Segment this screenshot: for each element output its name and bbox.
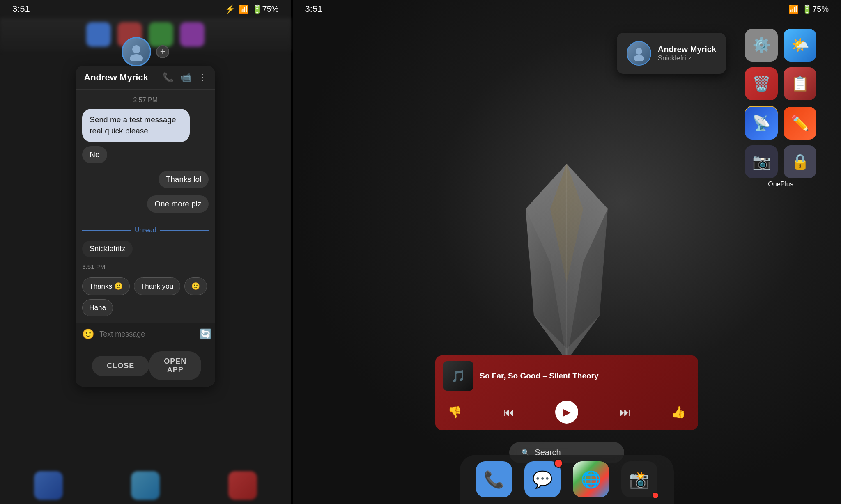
next-track-icon[interactable]: ⏭ — [619, 405, 631, 419]
contact-popup: Andrew Myrick Snicklefritz — [617, 33, 726, 74]
dock-messages-icon[interactable]: 💬 — [524, 461, 561, 497]
more-icon[interactable]: ⋮ — [198, 72, 207, 83]
message-card: Andrew Myrick 📞 📹 ⋮ 2:57 PM Send me a te… — [76, 66, 215, 387]
right-panel: 3:51 📶 🔋75% — [293, 0, 841, 504]
status-bar-right: 3:51 📶 🔋75% — [293, 0, 841, 18]
time-right: 3:51 — [305, 4, 323, 14]
message-card-header: Andrew Myrick 📞 📹 ⋮ — [76, 66, 215, 90]
app-oneplus-4[interactable]: 🔒 — [784, 145, 816, 178]
camera-badge — [652, 492, 659, 499]
unread-label: Unread — [135, 227, 156, 234]
svg-point-0 — [132, 45, 140, 53]
quick-reply-thank-you[interactable]: Thank you — [134, 277, 180, 295]
popup-avatar — [627, 41, 651, 66]
dock-phone-icon[interactable]: 📞 — [476, 461, 512, 497]
quick-reply-thanks[interactable]: Thanks 🙂 — [82, 277, 129, 295]
open-app-button[interactable]: OPEN APP — [149, 351, 201, 380]
messages-badge — [554, 459, 563, 468]
music-player: 🎵 So Far, So Good – Silent Theory 👎 ⏮ ▶ … — [435, 355, 698, 430]
input-row: 🙂 🔄 🖼️ ➕ 🎙️ — [76, 323, 215, 345]
dock-app-2 — [131, 471, 160, 500]
outgoing-wrap-2: One more plz — [82, 195, 209, 217]
app-weather-icon[interactable]: 🌤️ — [784, 29, 816, 62]
app-delete-icon[interactable]: 🗑️ — [745, 67, 778, 100]
message-input[interactable] — [99, 330, 195, 339]
left-panel: 3:51 ⚡ 📶 🔋75% + Andrew Myrick 📞 📹 — [0, 0, 291, 504]
thumbs-up-icon[interactable]: 👍 — [671, 405, 686, 419]
svg-point-1 — [130, 54, 143, 61]
dock-chrome-icon[interactable]: 🌐 — [573, 461, 609, 497]
popup-contact-name: Andrew Myrick — [658, 45, 716, 54]
dock-app-1 — [34, 471, 63, 500]
dock-camera-icon[interactable]: 📸 — [621, 461, 657, 497]
quick-reply-haha[interactable]: Haha — [82, 299, 113, 316]
status-bar-left: 3:51 ⚡ 📶 🔋75% — [0, 0, 291, 18]
music-controls: 👎 ⏮ ▶ ⏭ 👍 — [435, 396, 698, 430]
header-icons: 📞 📹 ⋮ — [163, 72, 207, 83]
refresh-icon[interactable]: 🔄 — [200, 328, 212, 340]
video-icon[interactable]: 📹 — [180, 72, 191, 83]
contact-name: Andrew Myrick — [84, 72, 148, 83]
outgoing-one-more: One more plz — [147, 195, 209, 213]
outgoing-no: No — [82, 146, 107, 163]
popup-contact-sub: Snicklefritz — [658, 54, 716, 62]
message-body: 2:57 PM Send me a test message real quic… — [76, 90, 215, 323]
unread-line-left — [82, 230, 131, 231]
crystal-decoration — [509, 160, 624, 365]
app-oneplus-3[interactable]: 📷 — [745, 145, 778, 178]
signal-icon: 📶 — [239, 4, 249, 14]
app-red2-icon[interactable]: 📋 — [784, 67, 816, 100]
outgoing-wrap-1: Thanks lol — [82, 171, 209, 192]
album-art: 🎵 — [443, 361, 473, 391]
play-button[interactable]: ▶ — [555, 401, 578, 424]
time-left: 3:51 — [12, 4, 30, 14]
music-top: 🎵 So Far, So Good – Silent Theory — [435, 355, 698, 396]
new-timestamp: 3:51 PM — [82, 263, 209, 270]
oneplus-label: OnePlus — [768, 181, 793, 188]
wifi-icon: 📶 — [788, 4, 799, 14]
popup-text: Andrew Myrick Snicklefritz — [658, 45, 716, 62]
prev-track-icon[interactable]: ⏮ — [503, 405, 515, 419]
unread-line-right — [160, 230, 209, 231]
outgoing-thanks-lol: Thanks lol — [159, 171, 209, 188]
battery-right-icon: 🔋75% — [802, 4, 829, 14]
incoming-message: Send me a test message real quick please — [82, 109, 190, 142]
oneplus-row: 📡 ✏️ 📷 🔒 — [745, 107, 816, 178]
close-button[interactable]: CLOSE — [92, 356, 149, 376]
right-dock: 📞 💬 🌐 📸 — [460, 455, 674, 504]
app-oneplus-2[interactable]: ✏️ — [784, 107, 816, 140]
quick-replies: Thanks 🙂 Thank you 🙂 Haha — [82, 277, 209, 316]
add-contact-button[interactable]: + — [156, 45, 169, 58]
status-icons-right: 📶 🔋75% — [788, 4, 829, 14]
oneplus-group: 📡 ✏️ 📷 🔒 OnePlus — [745, 107, 816, 188]
bottom-dock-left — [0, 467, 291, 504]
dock-app-3 — [228, 471, 257, 500]
svg-point-8 — [634, 55, 644, 61]
quick-reply-emoji[interactable]: 🙂 — [184, 277, 207, 295]
status-icons-left: ⚡ 📶 🔋75% — [225, 4, 279, 14]
battery-icon: 🔋75% — [252, 4, 279, 14]
song-info: So Far, So Good – Silent Theory — [480, 371, 690, 380]
snicklefritz-label: Snicklefritz — [82, 241, 133, 257]
svg-point-7 — [636, 48, 642, 55]
messages-list: Send me a test message real quick please… — [82, 109, 209, 316]
avatar-row: + — [122, 37, 169, 66]
message-timestamp: 2:57 PM — [82, 96, 209, 104]
action-buttons: CLOSE OPEN APP — [76, 345, 215, 387]
bluetooth-icon: ⚡ — [225, 4, 235, 14]
song-title: So Far, So Good – Silent Theory — [480, 371, 690, 380]
unread-divider: Unread — [82, 227, 209, 234]
phone-icon[interactable]: 📞 — [163, 72, 174, 83]
emoji-icon[interactable]: 🙂 — [82, 328, 94, 340]
app-oneplus-1[interactable]: 📡 — [745, 107, 778, 140]
app-settings-icon[interactable]: ⚙️ — [745, 29, 778, 62]
contact-avatar — [122, 37, 151, 66]
thumbs-down-icon[interactable]: 👎 — [448, 405, 462, 419]
